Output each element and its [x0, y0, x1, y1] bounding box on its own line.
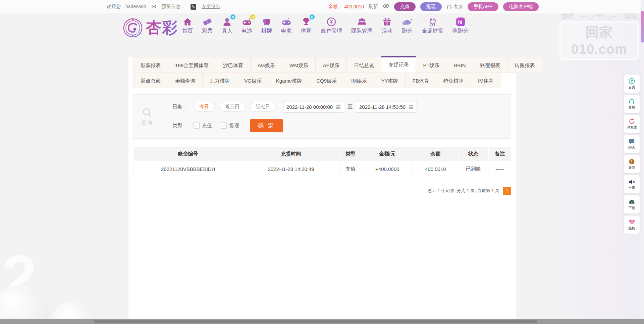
rail-idle[interactable]: 挂机: [624, 216, 640, 234]
report-tabs: 彩票报表 188金宝博体育 沙巴体育 AG娱乐 WM娱乐 AE娱乐 日结总览 充…: [133, 57, 511, 88]
cell-type: 充值: [339, 161, 362, 177]
tab-fb-sport[interactable]: FB体育: [406, 73, 436, 88]
pagination-summary: 总计 1 个记录, 分为 1 页, 当前第 1 页: [428, 188, 499, 194]
cell-amount: +400.0000: [362, 161, 413, 177]
hi-app-icon: hi: [455, 17, 466, 27]
main-content-card: 彩票报表 188金宝博体育 沙巴体育 AG娱乐 WM娱乐 AE娱乐 日结总览 充…: [128, 57, 516, 319]
col-status: 状态: [458, 147, 488, 161]
nav-account[interactable]: ¥ 账户管理: [321, 17, 342, 35]
new-badge: N: [230, 14, 235, 19]
gift-icon: [382, 17, 392, 27]
rail-chat[interactable]: 聊天: [624, 135, 640, 153]
to-label: 至: [347, 104, 353, 110]
nav-egame[interactable]: H 电游: [241, 17, 252, 35]
refresh-icon: [629, 118, 635, 125]
col-remark: 备注: [488, 147, 511, 161]
tab-account-change-report[interactable]: 账变报表: [473, 57, 508, 73]
nav-activity[interactable]: 活动: [382, 17, 392, 35]
type-label: 类型：: [172, 123, 187, 129]
tab-wali-cards[interactable]: 瓦力棋牌: [203, 73, 237, 88]
nav-sports[interactable]: N 体育: [301, 17, 312, 35]
withdraw-button[interactable]: 提现: [420, 2, 442, 11]
recharge-checkbox-label: 充值: [202, 123, 212, 129]
tab-kgame[interactable]: Kgame棋牌: [269, 73, 310, 88]
tab-daily-summary[interactable]: 日结总览: [347, 57, 381, 73]
nav-cards[interactable]: 棋牌: [261, 17, 272, 35]
tab-bbin[interactable]: BBIN: [447, 57, 473, 73]
mail-icon[interactable]: ✉: [152, 3, 156, 10]
vertical-scrollbar-thumb[interactable]: [641, 11, 644, 43]
rhino-icon: [401, 17, 413, 27]
rail-home[interactable]: 首页: [624, 75, 640, 93]
home-icon: [182, 17, 193, 27]
search-icon: [142, 107, 153, 118]
tab-recharge-withdraw-record[interactable]: 充提记录: [381, 56, 416, 73]
nav-esports[interactable]: 电竞: [281, 17, 292, 35]
rail-download[interactable]: 下载: [624, 195, 640, 214]
tab-ag[interactable]: AG娱乐: [251, 57, 282, 73]
tab-vg[interactable]: VG娱乐: [237, 73, 269, 88]
tab-cq9[interactable]: CQ9娱乐: [309, 73, 344, 88]
tab-shaba-sport[interactable]: 沙巴体育: [216, 57, 251, 73]
team-icon: [357, 17, 367, 27]
vertical-scrollbar[interactable]: [641, 0, 644, 319]
quick-3days[interactable]: 近三日: [219, 102, 246, 112]
page-1-button[interactable]: 1: [503, 187, 511, 195]
mobile-app-button[interactable]: 手机APP: [468, 2, 498, 11]
col-balance: 余额: [413, 147, 458, 161]
eye-off-icon[interactable]: [383, 4, 389, 10]
tab-transfer-report[interactable]: 转账报表: [508, 57, 542, 73]
site-logo[interactable]: 杏彩: [122, 17, 178, 38]
date-from-input[interactable]: 2022-11-28 00:00:00: [283, 101, 344, 112]
edit-pencil-icon[interactable]: ✎: [191, 4, 196, 10]
recharge-checkbox[interactable]: ✓: [194, 123, 200, 129]
tab-rebate-total[interactable]: 返点总额: [133, 73, 168, 88]
withdraw-checkbox[interactable]: ✓: [221, 123, 227, 129]
tab-ae[interactable]: AE娱乐: [316, 57, 347, 73]
headset-icon: [629, 98, 635, 104]
rail-im-recharge[interactable]: IM充值: [624, 115, 640, 133]
col-account-change-id: 账变编号: [133, 147, 243, 161]
nav-hipaofen[interactable]: hi 嗨跑分: [452, 17, 469, 35]
rail-question[interactable]: 疑问: [624, 155, 640, 173]
tab-188-sport[interactable]: 188金宝博体育: [168, 57, 216, 73]
recharge-button[interactable]: 充值: [394, 2, 416, 11]
rail-sound[interactable]: 声音: [624, 175, 640, 193]
customer-service-link[interactable]: 客服: [446, 4, 463, 10]
nav-paofen[interactable]: 跑分: [401, 17, 413, 35]
cell-balance: 400.0010: [413, 161, 458, 177]
reserved-info-label: 预留信息：: [162, 4, 185, 10]
quick-7days[interactable]: 近七日: [250, 102, 276, 112]
header: 杏彩 首页 彩票 N 真人 H 电游 棋牌 电竞 N: [0, 13, 644, 45]
table-header-row: 账变编号 充提时间 类型 金额/元 余额 状态 备注: [133, 147, 511, 161]
refresh-link[interactable]: 刷新: [369, 4, 378, 10]
confirm-button[interactable]: 确 定: [250, 119, 283, 132]
tab-yy-cards[interactable]: YY棋牌: [374, 73, 406, 88]
tab-pt[interactable]: PT娱乐: [416, 57, 447, 73]
horizontal-scrollbar-thumb[interactable]: [94, 320, 537, 323]
tab-im-sport[interactable]: IM体育: [471, 73, 501, 88]
cauldron-icon: [428, 17, 438, 27]
logout-link[interactable]: 安全退出: [202, 4, 220, 10]
nav-jinding[interactable]: 金鼎财富: [422, 17, 443, 35]
nav-home[interactable]: 首页: [182, 17, 193, 35]
rail-service[interactable]: 客服: [624, 95, 640, 113]
tab-im[interactable]: IM娱乐: [344, 73, 374, 88]
horizontal-scrollbar[interactable]: [0, 319, 644, 324]
tab-wm[interactable]: WM娱乐: [282, 57, 316, 73]
nav-live[interactable]: N 真人: [222, 17, 232, 35]
tab-balance-query[interactable]: 余额查询: [168, 73, 203, 88]
calendar-icon: [409, 104, 414, 109]
col-time: 充提时间: [243, 147, 339, 161]
quick-today[interactable]: 今日: [194, 102, 215, 112]
diamond-icon: [629, 219, 635, 225]
welcome-text: 欢迎您，hadesado: [107, 4, 146, 10]
nav-team[interactable]: 团队管理: [351, 17, 373, 35]
tab-lottery-report[interactable]: 彩票报表: [133, 57, 168, 73]
tab-tetu-cards[interactable]: 特兔棋牌: [436, 73, 471, 88]
nav-lottery[interactable]: 彩票: [202, 17, 213, 35]
query-side-label: 查询: [133, 100, 161, 133]
date-to-input[interactable]: 2022-11-28 14:53:50: [356, 101, 417, 112]
pc-client-button[interactable]: 电脑客户端: [503, 2, 539, 11]
coin-icon: ¥: [326, 17, 336, 27]
